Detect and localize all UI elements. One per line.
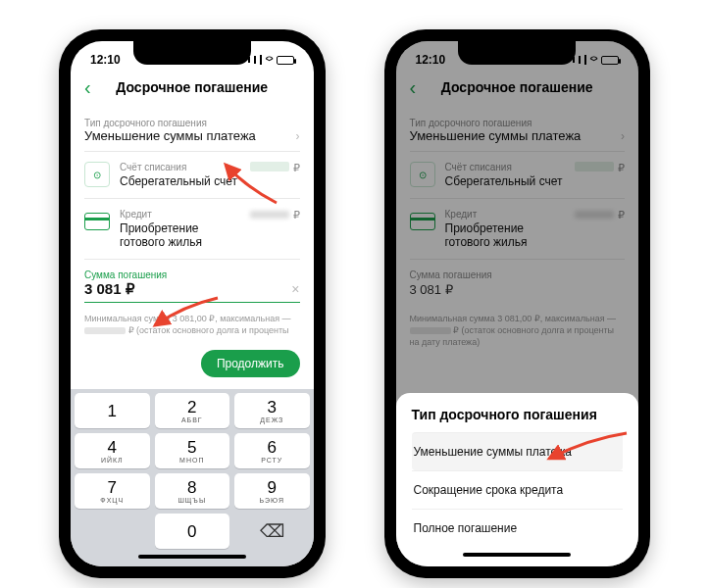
account-label: Счёт списания (120, 162, 240, 172)
key-4[interactable]: 4ИЙКЛ (75, 433, 150, 468)
credit-row[interactable]: Кредит Приобретение готового жилья ₽ (84, 199, 300, 260)
key-2[interactable]: 2АБВГ (155, 393, 230, 428)
notch (458, 41, 576, 65)
option-reduce-payment[interactable]: Уменьшение суммы платежа (412, 432, 624, 470)
option-reduce-term[interactable]: Сокращение срока кредита (412, 470, 624, 509)
type-bottom-sheet: Тип досрочного погашения Уменьшение сумм… (396, 393, 639, 566)
repayment-type-label: Тип досрочного погашения (84, 118, 300, 128)
repayment-type-value: Уменьшение суммы платежа (84, 128, 256, 143)
account-row[interactable]: ⊙ Счёт списания Сберегательный счет ₽ (84, 152, 300, 199)
chevron-right-icon: › (296, 129, 300, 143)
account-name: Сберегательный счет (120, 174, 240, 188)
key-7[interactable]: 7ФХЦЧ (75, 473, 150, 509)
page-title: Досрочное погашение (116, 79, 268, 95)
back-button[interactable]: ‹ (84, 77, 91, 97)
key-3[interactable]: 3ДЕЖЗ (234, 393, 310, 428)
backspace-key[interactable]: ⌫ (234, 514, 310, 549)
key-9[interactable]: 9ЬЭЮЯ (234, 473, 310, 509)
key-6[interactable]: 6РСТУ (234, 433, 310, 468)
notch (133, 41, 251, 65)
clear-icon[interactable]: × (291, 281, 299, 297)
battery-icon (277, 56, 294, 65)
credit-balance-hidden (250, 211, 289, 219)
home-indicator[interactable] (138, 555, 246, 559)
key-1[interactable]: 1 (75, 393, 150, 428)
nav-bar: ‹ Досрочное погашение (71, 69, 314, 106)
key-5[interactable]: 5МНОП (155, 433, 230, 468)
credit-name: Приобретение готового жилья (120, 221, 240, 249)
amount-input[interactable]: 3 081 ₽ (84, 280, 135, 298)
numeric-keyboard: 12АБВГ3ДЕЖЗ4ИЙКЛ5МНОП6РСТУ7ФХЦЧ8ШЩЪЫ9ЬЭЮ… (71, 389, 314, 566)
repayment-type-row[interactable]: Тип досрочного погашения Уменьшение сумм… (84, 110, 300, 152)
continue-button[interactable]: Продолжить (201, 350, 300, 377)
status-time: 12:10 (90, 53, 121, 67)
phone-left: 12:10 ⌔ ‹ Досрочное погашение Тип досроч… (59, 29, 326, 578)
account-balance-hidden (250, 162, 289, 172)
credit-card-icon (84, 213, 110, 230)
phone-right: 12:10 ⌔ ‹ Досрочное погашение Тип досроч… (384, 29, 651, 578)
amount-hint: Минимальная сумма 3 081,00 ₽, максимальн… (84, 307, 300, 346)
amount-label: Сумма погашения (84, 270, 300, 280)
key-0[interactable]: 0 (155, 514, 230, 549)
sheet-title: Тип досрочного погашения (412, 407, 624, 422)
option-full-repay[interactable]: Полное погашение (412, 509, 624, 547)
home-indicator[interactable] (463, 553, 571, 557)
key-8[interactable]: 8ШЩЪЫ (155, 473, 230, 509)
wifi-icon: ⌔ (266, 53, 273, 67)
credit-label: Кредит (120, 209, 240, 220)
account-icon: ⊙ (84, 162, 110, 187)
